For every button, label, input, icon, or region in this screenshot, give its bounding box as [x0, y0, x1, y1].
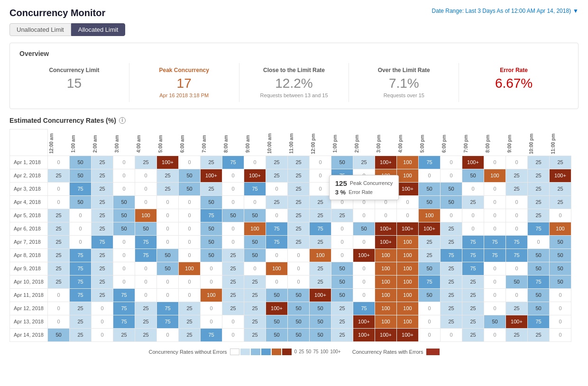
heatmap-cell[interactable]: 25 [266, 195, 288, 209]
heatmap-cell[interactable]: 0 [288, 262, 310, 275]
tab-unallocated[interactable]: Unallocated Limit [9, 23, 71, 36]
heatmap-cell[interactable]: 0 [222, 235, 244, 248]
heatmap-cell[interactable]: 50 [201, 235, 222, 248]
heatmap-cell[interactable]: 50 [462, 169, 484, 182]
heatmap-cell[interactable]: 25 [506, 328, 528, 341]
heatmap-cell[interactable]: 0 [353, 262, 375, 275]
heatmap-cell[interactable]: 50 [288, 328, 310, 341]
heatmap-cell[interactable]: 0 [48, 195, 70, 209]
heatmap-cell[interactable]: 0 [222, 195, 244, 209]
heatmap-cell[interactable]: 25 [353, 156, 375, 169]
heatmap-cell[interactable]: 75 [222, 156, 244, 169]
heatmap-cell[interactable]: 100+ [397, 328, 419, 341]
heatmap-cell[interactable]: 75 [266, 235, 288, 248]
heatmap-cell[interactable]: 100 [135, 209, 157, 222]
heatmap-cell[interactable]: 25 [244, 302, 266, 315]
heatmap-cell[interactable]: 25 [462, 315, 484, 328]
heatmap-cell[interactable]: 100 [375, 315, 397, 328]
heatmap-cell[interactable]: 25 [528, 156, 550, 169]
heatmap-cell[interactable]: 50 [441, 182, 462, 195]
heatmap-cell[interactable]: 50 [288, 302, 310, 315]
heatmap-cell[interactable]: 25 [528, 182, 550, 195]
heatmap-cell[interactable]: 25 [310, 209, 331, 222]
heatmap-cell[interactable]: 0 [157, 235, 179, 248]
heatmap-cell[interactable]: 25 [441, 235, 462, 248]
heatmap-cell[interactable]: 50 [288, 315, 310, 328]
heatmap-cell[interactable]: 0 [506, 222, 528, 235]
heatmap-cell[interactable]: 50 [222, 209, 244, 222]
heatmap-cell[interactable]: 0 [157, 275, 179, 288]
heatmap-cell[interactable]: 75 [441, 248, 462, 262]
heatmap-cell[interactable]: 100 [397, 262, 419, 275]
heatmap-cell[interactable]: 0 [222, 328, 244, 341]
heatmap-cell[interactable]: 25 [48, 209, 70, 222]
heatmap-cell[interactable]: 50 [244, 235, 266, 248]
heatmap-cell[interactable]: 25 [288, 156, 310, 169]
heatmap-cell[interactable]: 0 [397, 195, 419, 209]
heatmap-cell[interactable]: 25 [92, 275, 113, 288]
heatmap-cell[interactable]: 75 [462, 248, 484, 262]
heatmap-cell[interactable]: 0 [441, 156, 462, 169]
heatmap-cell[interactable]: 0 [135, 182, 157, 195]
heatmap-cell[interactable]: 25 [441, 315, 462, 328]
heatmap-cell[interactable]: 0 [550, 288, 571, 302]
heatmap-cell[interactable]: 25 [528, 209, 550, 222]
heatmap-cell[interactable]: 75 [506, 235, 528, 248]
heatmap-cell[interactable]: 25 [462, 275, 484, 288]
heatmap-cell[interactable]: 0 [135, 195, 157, 209]
heatmap-cell[interactable]: 100 [397, 288, 419, 302]
heatmap-cell[interactable]: 0 [113, 248, 135, 262]
heatmap-cell[interactable]: 75 [135, 248, 157, 262]
heatmap-cell[interactable]: 0 [419, 315, 441, 328]
info-icon[interactable]: i [119, 117, 126, 124]
heatmap-cell[interactable]: 25 [201, 182, 222, 195]
heatmap-cell[interactable]: 0 [288, 248, 310, 262]
heatmap-cell[interactable]: 0 [484, 222, 506, 235]
heatmap-cell[interactable]: 75 [201, 209, 222, 222]
heatmap-cell[interactable]: 25 [331, 209, 353, 222]
heatmap-cell[interactable]: 0 [222, 222, 244, 235]
heatmap-cell[interactable]: 25 [222, 262, 244, 275]
heatmap-cell[interactable]: 0 [157, 328, 179, 341]
heatmap-cell[interactable]: 25 [550, 156, 571, 169]
heatmap-cell[interactable]: 25 [92, 262, 113, 275]
heatmap-cell[interactable]: 100+ [353, 328, 375, 341]
heatmap-cell[interactable]: 25 [288, 195, 310, 209]
heatmap-cell[interactable]: 25 [179, 315, 201, 328]
heatmap-cell[interactable]: 0 [201, 275, 222, 288]
tab-allocated[interactable]: Allocated Limit [71, 23, 126, 36]
heatmap-cell[interactable]: 25 [222, 248, 244, 262]
heatmap-cell[interactable]: 25 [244, 288, 266, 302]
heatmap-cell[interactable]: 25 [135, 315, 157, 328]
heatmap-cell[interactable]: 25 [70, 315, 92, 328]
heatmap-cell[interactable]: 0 [179, 235, 201, 248]
heatmap-cell[interactable]: 50 [201, 195, 222, 209]
heatmap-cell[interactable]: 0 [484, 182, 506, 195]
heatmap-cell[interactable]: 25 [222, 275, 244, 288]
heatmap-cell[interactable]: 50 [113, 195, 135, 209]
heatmap-cell[interactable]: 0 [441, 209, 462, 222]
heatmap-cell[interactable]: 25 [528, 169, 550, 182]
heatmap-cell[interactable]: 75 [462, 262, 484, 275]
heatmap-cell[interactable]: 50 [266, 315, 288, 328]
heatmap-cell[interactable]: 100 [419, 209, 441, 222]
heatmap-cell[interactable]: 75 [70, 275, 92, 288]
heatmap-cell[interactable]: 25 [135, 328, 157, 341]
heatmap-cell[interactable]: 25 [441, 222, 462, 235]
heatmap-cell[interactable]: 0 [462, 182, 484, 195]
heatmap-cell[interactable]: 25 [70, 328, 92, 341]
heatmap-cell[interactable]: 100+ [550, 169, 571, 182]
heatmap-cell[interactable]: 0 [113, 235, 135, 248]
heatmap-cell[interactable]: 50 [157, 248, 179, 262]
heatmap-cell[interactable]: 50 [331, 262, 353, 275]
heatmap-cell[interactable]: 25 [506, 182, 528, 195]
heatmap-cell[interactable]: 0 [310, 182, 331, 195]
heatmap-cell[interactable]: 0 [179, 248, 201, 262]
heatmap-cell[interactable]: 100 [375, 275, 397, 288]
heatmap-cell[interactable]: 100 [397, 235, 419, 248]
heatmap-cell[interactable]: 50 [310, 328, 331, 341]
heatmap-cell[interactable]: 0 [484, 288, 506, 302]
heatmap-cell[interactable]: 0 [397, 209, 419, 222]
heatmap-cell[interactable]: 100 [244, 222, 266, 235]
heatmap-cell[interactable]: 25 [288, 169, 310, 182]
